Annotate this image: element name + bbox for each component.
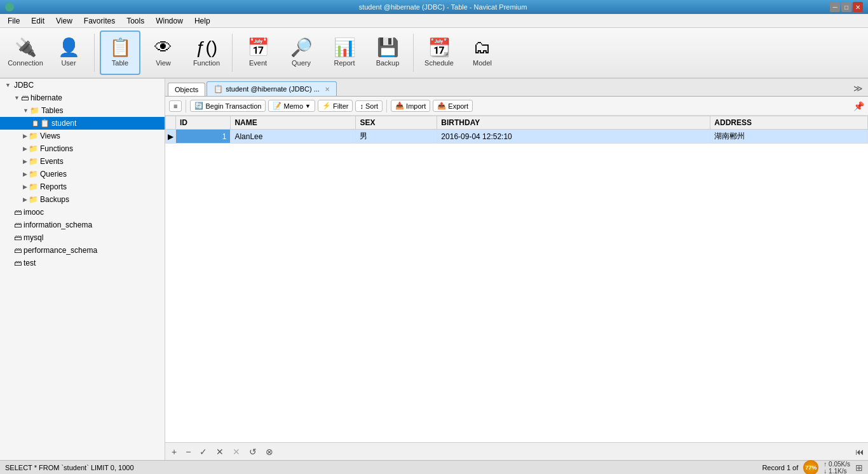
- tab-bar: Objects 📋 student @hibernate (JDBC) ... …: [165, 79, 868, 97]
- hamburger-menu-button[interactable]: ≡: [169, 100, 182, 112]
- jdbc-expand-arrow: ▼: [5, 82, 11, 88]
- sidebar-item-mysql[interactable]: 🗃mysql: [0, 231, 165, 244]
- filter-button[interactable]: ⚡ Filter: [318, 100, 353, 112]
- sidebar-item-performance_schema[interactable]: 🗃performance_schema: [0, 244, 165, 257]
- import-button[interactable]: 📥 Import: [391, 100, 430, 112]
- cell-id[interactable]: 1: [176, 130, 231, 144]
- memo-icon: 📝: [273, 102, 281, 110]
- tab-close-icon[interactable]: ✕: [325, 86, 330, 93]
- tables-tree-label: Tables: [41, 106, 64, 115]
- cell-birthday[interactable]: 2016-09-04 12:52:10: [437, 130, 710, 144]
- functions-expand-arrow: ▶: [23, 146, 27, 152]
- toolbar-btn-view[interactable]: 👁View: [143, 30, 184, 75]
- col-birthday[interactable]: BIRTHDAY: [437, 116, 710, 130]
- cell-name[interactable]: AlanLee: [231, 130, 356, 144]
- sidebar-item-functions[interactable]: ▶📁Functions: [0, 142, 165, 155]
- tab-extra-button[interactable]: ≫: [851, 81, 865, 96]
- view-toolbar-icon: 👁: [154, 39, 172, 57]
- delete-record-button[interactable]: ✕: [230, 446, 243, 457]
- model-toolbar-label: Model: [473, 59, 492, 67]
- begin-transaction-button[interactable]: 🔄 Begin Transaction: [190, 100, 266, 112]
- view-toolbar-label: View: [156, 59, 171, 67]
- upload-speed: ↑ 0.05K/s: [824, 461, 850, 468]
- menu-item-view[interactable]: View: [51, 15, 78, 27]
- record-info: Record 1 of: [762, 464, 798, 471]
- cell-address[interactable]: 湖南郴州: [710, 130, 868, 144]
- close-button[interactable]: ✕: [853, 2, 863, 12]
- user-toolbar-icon: 👤: [58, 39, 80, 57]
- toolbar-btn-connection[interactable]: 🔌Connection: [5, 30, 46, 75]
- memo-label: Memo: [283, 102, 303, 110]
- menu-item-tools[interactable]: Tools: [121, 15, 149, 27]
- cell-sex[interactable]: 男: [356, 130, 437, 144]
- tab-student-table[interactable]: 📋 student @hibernate (JDBC) ... ✕: [207, 81, 337, 96]
- add-record-button[interactable]: +: [169, 446, 179, 457]
- sidebar-item-jdbc[interactable]: ▼JDBC: [0, 79, 165, 91]
- tab-student-label: student @hibernate (JDBC) ...: [226, 85, 320, 93]
- toolbar-btn-user[interactable]: 👤User: [48, 30, 89, 75]
- toolbar-separator-4: [232, 34, 233, 72]
- sidebar-item-imooc[interactable]: 🗃imooc: [0, 206, 165, 219]
- hamburger-icon: ≡: [173, 102, 177, 110]
- stop-button[interactable]: ⊗: [263, 446, 276, 457]
- sidebar-item-test[interactable]: 🗃test: [0, 257, 165, 269]
- menu-item-window[interactable]: Window: [151, 15, 188, 27]
- refresh-button[interactable]: ↺: [247, 446, 259, 457]
- minimize-button[interactable]: ─: [830, 2, 840, 12]
- menu-item-edit[interactable]: Edit: [26, 15, 50, 27]
- event-toolbar-label: Event: [249, 59, 267, 67]
- pin-button[interactable]: 📌: [853, 101, 864, 111]
- remove-record-button[interactable]: −: [183, 446, 193, 457]
- menu-item-help[interactable]: Help: [189, 15, 215, 27]
- toolbar-btn-function[interactable]: ƒ()Function: [186, 30, 227, 75]
- menu-item-file[interactable]: File: [3, 15, 25, 27]
- table-row[interactable]: ▶ 1 AlanLee 男 2016-09-04 12:52:10 湖南郴州: [166, 130, 868, 144]
- tab-objects[interactable]: Objects: [168, 83, 205, 96]
- user-toolbar-label: User: [61, 59, 76, 67]
- col-sex[interactable]: SEX: [356, 116, 437, 130]
- hibernate-tree-label: hibernate: [31, 93, 62, 102]
- sidebar-item-student[interactable]: 📋📋student: [0, 117, 165, 130]
- toolbar-btn-report[interactable]: 📊Report: [324, 30, 365, 75]
- sidebar-item-tables[interactable]: ▼📁Tables: [0, 104, 165, 117]
- sidebar-item-queries[interactable]: ▶📁Queries: [0, 168, 165, 180]
- col-id[interactable]: ID: [176, 116, 231, 130]
- memo-button[interactable]: 📝 Memo ▼: [268, 100, 315, 112]
- toolbar-btn-schedule[interactable]: 📆Schedule: [419, 30, 459, 75]
- toolbar-btn-table[interactable]: 📋Table: [100, 30, 140, 75]
- toolbar-btn-event[interactable]: 📅Event: [238, 30, 278, 75]
- confirm-button[interactable]: ✓: [197, 446, 210, 457]
- toolbar-btn-model[interactable]: 🗂Model: [462, 30, 503, 75]
- toolbar-btn-query[interactable]: 🔎Query: [281, 30, 322, 75]
- menu-item-favorites[interactable]: Favorites: [79, 15, 120, 27]
- report-toolbar-icon: 📊: [334, 39, 356, 57]
- data-table[interactable]: ID NAME SEX BIRTHDAY ADDRESS ▶ 1 AlanLee…: [165, 116, 868, 442]
- cancel-edit-button[interactable]: ✕: [214, 446, 226, 457]
- tables-tree-icon: 📁: [30, 106, 39, 115]
- navigate-first-button[interactable]: ⏮: [855, 447, 864, 457]
- sidebar-item-views[interactable]: ▶📁Views: [0, 130, 165, 142]
- title-bar: student @hibernate (JDBC) - Table - Navi…: [0, 0, 868, 14]
- events-expand-arrow: ▶: [23, 158, 27, 165]
- tab-objects-label: Objects: [175, 86, 198, 93]
- toolbar-btn-backup[interactable]: 💾Backup: [367, 30, 408, 75]
- maximize-button[interactable]: □: [841, 2, 851, 12]
- status-bar: SELECT * FROM `student` LIMIT 0, 1000 Re…: [0, 460, 868, 474]
- backups-tree-icon: 📁: [29, 195, 38, 204]
- col-name[interactable]: NAME: [231, 116, 356, 130]
- backups-tree-label: Backups: [40, 195, 69, 204]
- export-button[interactable]: 📤 Export: [433, 100, 473, 112]
- toolbar-separator-8: [413, 34, 414, 72]
- bottom-toolbar: + − ✓ ✕ ✕ ↺ ⊗ ⏮: [165, 442, 868, 460]
- reports-tree-label: Reports: [40, 182, 67, 191]
- sidebar-item-hibernate[interactable]: ▼🗃hibernate: [0, 91, 165, 104]
- sidebar-item-information_schema[interactable]: 🗃information_schema: [0, 219, 165, 231]
- sidebar-item-reports[interactable]: ▶📁Reports: [0, 180, 165, 193]
- col-address[interactable]: ADDRESS: [710, 116, 868, 130]
- sort-button[interactable]: ↕ Sort: [355, 100, 383, 112]
- layout-button[interactable]: ⊞: [855, 463, 863, 473]
- sidebar-item-backups[interactable]: ▶📁Backups: [0, 193, 165, 206]
- views-expand-arrow: ▶: [23, 133, 27, 139]
- queries-tree-icon: 📁: [29, 170, 38, 179]
- sidebar-item-events[interactable]: ▶📁Events: [0, 155, 165, 168]
